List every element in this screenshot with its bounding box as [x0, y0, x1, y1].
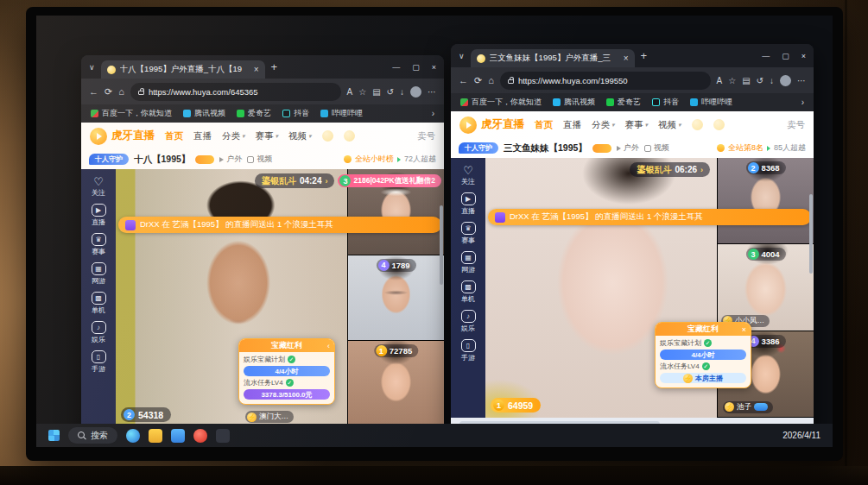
- sell-account-link[interactable]: 卖号: [787, 119, 805, 131]
- sidebar-item-esports[interactable]: ♛赛事: [461, 222, 476, 245]
- sidebar-item-follow[interactable]: ♡关注: [461, 165, 476, 186]
- more-menu-icon[interactable]: ⋯: [797, 76, 806, 85]
- promo-activity-icon[interactable]: [322, 130, 333, 142]
- back-button[interactable]: ←: [459, 75, 468, 85]
- nav-home[interactable]: 首页: [165, 130, 183, 142]
- taskbar-app-icon-red[interactable]: [193, 429, 207, 443]
- history-icon[interactable]: ↺: [757, 76, 763, 85]
- sidebar-item-webgames[interactable]: ▦网游: [92, 262, 106, 286]
- sidebar-item-entertainment[interactable]: ♪娱乐: [461, 310, 476, 333]
- nav-video[interactable]: 视频▾: [658, 119, 681, 131]
- home-button[interactable]: ⌂: [118, 86, 124, 97]
- bookmark-tencent-video[interactable]: 腾讯视频: [183, 108, 225, 119]
- page-scrollbar[interactable]: [809, 194, 813, 274]
- collections-icon[interactable]: ▤: [742, 76, 750, 85]
- bookmark-bilibili[interactable]: 哔哩哔哩: [320, 108, 363, 119]
- tab-search-chevron-icon[interactable]: ∨: [89, 63, 95, 72]
- maximize-button[interactable]: ▢: [782, 52, 789, 60]
- minimize-button[interactable]: —: [762, 52, 770, 60]
- promo-activity-icon[interactable]: [713, 119, 725, 130]
- downloads-icon[interactable]: ↓: [400, 87, 404, 97]
- huya-logo[interactable]: 虎牙直播: [90, 128, 155, 145]
- taskbar-app-icon-dark[interactable]: [216, 429, 230, 443]
- browser-tab[interactable]: 三文鱼妹妹【1995】户外直播_三 ×: [471, 49, 635, 67]
- nav-categories[interactable]: 分类▾: [222, 130, 245, 142]
- tab-search-chevron-icon[interactable]: ∨: [459, 52, 465, 60]
- read-aloud-icon[interactable]: A: [347, 87, 353, 97]
- video-tab[interactable]: 视频: [247, 154, 272, 165]
- profile-avatar[interactable]: [410, 86, 421, 98]
- close-icon[interactable]: ×: [742, 325, 746, 334]
- bookmark-tencent-video[interactable]: 腾讯视频: [553, 97, 595, 108]
- close-button[interactable]: ×: [801, 52, 806, 60]
- sidebar-item-mobilegames[interactable]: ▯手游: [461, 339, 476, 362]
- bookmark-baidu[interactable]: 百度一下，你就知道: [460, 97, 542, 108]
- sidebar-item-esports[interactable]: ♛赛事: [92, 233, 106, 256]
- sidebar-item-webgames[interactable]: ▦网游: [461, 251, 476, 274]
- pk-timer-pill[interactable]: 鎏银乱斗 04:24 ›: [255, 173, 335, 188]
- windows-start-icon[interactable]: [48, 430, 60, 441]
- address-bar[interactable]: https://www.huya.com/199550: [500, 72, 711, 90]
- read-aloud-icon[interactable]: A: [717, 76, 723, 85]
- profile-avatar[interactable]: [780, 75, 791, 86]
- refresh-button[interactable]: ⟳: [474, 75, 482, 86]
- edge-taskbar-icon[interactable]: [126, 429, 140, 443]
- promo-activity-icon[interactable]: [692, 119, 703, 130]
- bookmark-baidu[interactable]: 百度一下，你就知道: [91, 108, 172, 119]
- collections-icon[interactable]: ▤: [372, 87, 380, 97]
- nav-live[interactable]: 直播: [193, 130, 212, 142]
- nav-home[interactable]: 首页: [535, 119, 553, 131]
- home-button[interactable]: ⌂: [488, 75, 494, 85]
- nav-live[interactable]: 直播: [563, 119, 581, 131]
- close-button[interactable]: ×: [432, 63, 436, 72]
- minimize-button[interactable]: —: [392, 63, 400, 72]
- address-bar[interactable]: https://www.huya.com/645365: [130, 83, 341, 101]
- sidebar-item-entertainment[interactable]: ♪娱乐: [92, 321, 106, 344]
- nav-categories[interactable]: 分类▾: [592, 119, 615, 131]
- bookmarks-overflow-icon[interactable]: ›: [801, 98, 804, 107]
- pk-timer-pill[interactable]: 鎏银乱斗 06:26 ›: [630, 162, 710, 177]
- favorite-star-icon[interactable]: ☆: [358, 87, 366, 97]
- sell-account-link[interactable]: 卖号: [417, 130, 435, 142]
- sidebar-item-live[interactable]: ▶直播: [461, 192, 476, 216]
- more-menu-icon[interactable]: ⋯: [428, 87, 436, 97]
- video-tab[interactable]: 视频: [644, 142, 669, 154]
- sidebar-item-follow[interactable]: ♡关注: [92, 176, 106, 198]
- bookmark-iqiyi[interactable]: 爱奇艺: [606, 97, 641, 108]
- sidebar-item-live[interactable]: ▶直播: [92, 204, 106, 227]
- tab-close-icon[interactable]: ×: [254, 65, 259, 74]
- page-scrollbar[interactable]: [440, 205, 443, 285]
- nav-esports[interactable]: 赛事▾: [256, 130, 279, 142]
- browser-tab[interactable]: 十八【1995】户外直播_十八【19 ×: [101, 60, 265, 79]
- collapse-icon[interactable]: ‹: [327, 342, 330, 350]
- bookmark-bilibili[interactable]: 哔哩哔哩: [690, 97, 732, 108]
- new-tab-button[interactable]: +: [271, 60, 278, 73]
- bookmarks-overflow-icon[interactable]: ›: [432, 109, 434, 118]
- sidebar-item-pcgames[interactable]: ▩单机: [92, 292, 106, 315]
- tab-close-icon[interactable]: ×: [624, 54, 629, 63]
- back-button[interactable]: ←: [89, 86, 98, 97]
- guest-video-cell[interactable]: 34004 ⚡小小凤…: [718, 244, 814, 331]
- sidebar-item-mobilegames[interactable]: ▯手游: [92, 350, 106, 374]
- maximize-button[interactable]: ▢: [412, 63, 420, 72]
- refresh-button[interactable]: ⟳: [105, 86, 112, 98]
- favorite-star-icon[interactable]: ☆: [728, 76, 736, 85]
- bookmark-douyin[interactable]: 抖音: [282, 108, 309, 119]
- taskbar-search[interactable]: 搜索: [68, 427, 117, 444]
- guest-video-cell[interactable]: 172785: [348, 341, 444, 427]
- downloads-icon[interactable]: ↓: [770, 76, 774, 85]
- nav-esports[interactable]: 赛事▾: [625, 119, 649, 131]
- file-explorer-icon[interactable]: [149, 429, 162, 443]
- history-icon[interactable]: ↺: [387, 87, 394, 97]
- promo-activity-icon[interactable]: [344, 130, 355, 142]
- bookmark-iqiyi[interactable]: 爱奇艺: [237, 108, 271, 119]
- new-tab-button[interactable]: +: [641, 49, 648, 62]
- sidebar-item-pcgames[interactable]: ▩单机: [461, 280, 476, 304]
- huya-logo[interactable]: 虎牙直播: [459, 117, 524, 134]
- taskbar-date[interactable]: 2026/4/11: [782, 431, 820, 440]
- guest-video-cell[interactable]: 41789: [348, 255, 444, 342]
- taskbar-app-icon-blue[interactable]: [171, 429, 185, 443]
- category-tag[interactable]: 户外: [219, 154, 242, 165]
- bookmark-douyin[interactable]: 抖音: [652, 97, 679, 108]
- guest-video-cell[interactable]: 28368: [718, 158, 814, 244]
